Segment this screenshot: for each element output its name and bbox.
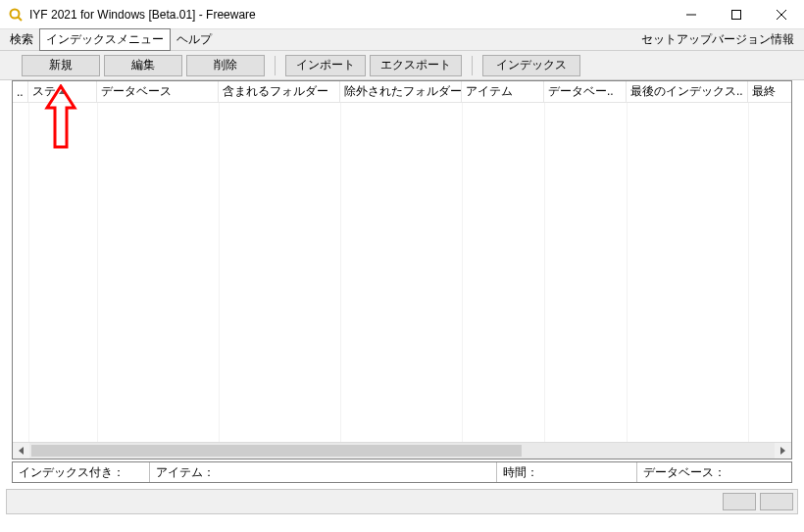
mini-button-1[interactable] xyxy=(723,493,756,510)
mini-button-2[interactable] xyxy=(760,493,793,510)
column-included-folders[interactable]: 含まれるフォルダー xyxy=(219,81,340,102)
menu-bar: 検索 インデックスメニュー ヘルプ セットアップバージョン情報 xyxy=(0,29,804,51)
delete-button[interactable]: 削除 xyxy=(186,55,265,76)
export-button[interactable]: エクスポート xyxy=(370,55,462,76)
status-bar: インデックス付き： アイテム： 時間： データベース： xyxy=(12,461,792,483)
menu-search[interactable]: 検索 xyxy=(4,29,39,50)
window-title: IYF 2021 for Windows [Beta.01] - Freewar… xyxy=(29,8,669,22)
minimize-button[interactable] xyxy=(669,0,714,29)
column-database2[interactable]: データベー.. xyxy=(544,81,627,102)
column-last-index[interactable]: 最後のインデックス.. xyxy=(627,81,748,102)
column-database[interactable]: データベース xyxy=(97,81,219,102)
sort-ascending-icon xyxy=(59,89,67,94)
svg-rect-3 xyxy=(732,10,741,19)
close-button[interactable] xyxy=(759,0,804,29)
column-excluded-folders[interactable]: 除外されたフォルダー xyxy=(340,81,462,102)
scroll-thumb[interactable] xyxy=(31,445,522,457)
status-indexed: インデックス付き： xyxy=(13,462,150,482)
list-body[interactable] xyxy=(13,103,791,442)
menu-help[interactable]: ヘルプ xyxy=(171,29,218,50)
list-header: .. ステ データベース 含まれるフォルダー 除外されたフォルダー アイテム デ… xyxy=(13,81,791,103)
import-button[interactable]: インポート xyxy=(285,55,366,76)
scroll-right-button[interactable] xyxy=(775,442,791,459)
status-time: 時間： xyxy=(497,462,637,482)
menu-setup-version[interactable]: セットアップバージョン情報 xyxy=(635,29,800,50)
scroll-track[interactable] xyxy=(29,442,775,459)
menu-index-menu[interactable]: インデックスメニュー xyxy=(39,28,171,51)
toolbar: 新規 編集 削除 インポート エクスポート インデックス xyxy=(0,51,804,80)
column-blank[interactable]: .. xyxy=(13,81,28,102)
column-status-label: ステ xyxy=(32,83,56,100)
maximize-button[interactable] xyxy=(714,0,759,29)
toolbar-separator xyxy=(275,56,276,75)
column-last[interactable]: 最終 xyxy=(748,81,791,102)
bottom-bar xyxy=(6,489,798,514)
title-bar: IYF 2021 for Windows [Beta.01] - Freewar… xyxy=(0,0,804,29)
toolbar-separator xyxy=(472,56,473,75)
list-view: .. ステ データベース 含まれるフォルダー 除外されたフォルダー アイテム デ… xyxy=(12,80,792,459)
svg-line-1 xyxy=(18,17,22,21)
status-items: アイテム： xyxy=(150,462,497,482)
app-icon xyxy=(8,7,24,23)
column-status[interactable]: ステ xyxy=(28,81,97,102)
edit-button[interactable]: 編集 xyxy=(104,55,182,76)
horizontal-scrollbar[interactable] xyxy=(13,442,791,459)
new-button[interactable]: 新規 xyxy=(22,55,100,76)
scroll-left-button[interactable] xyxy=(13,442,29,459)
column-items[interactable]: アイテム xyxy=(462,81,544,102)
index-button[interactable]: インデックス xyxy=(482,55,580,76)
status-database: データベース： xyxy=(637,462,791,482)
